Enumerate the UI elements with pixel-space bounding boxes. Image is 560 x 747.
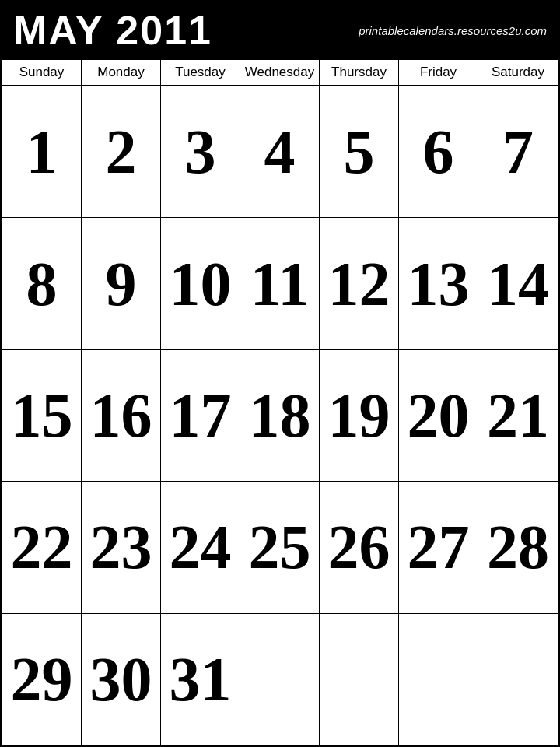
day-number-25: 25 bbox=[249, 516, 311, 578]
week-row-4: 22 23 24 25 26 27 28 bbox=[2, 482, 558, 613]
weeks-container: 1 2 3 4 5 6 7 8 9 10 11 12 13 14 15 16 bbox=[2, 86, 558, 745]
header-sunday: Sunday bbox=[2, 60, 82, 85]
day-number-31: 31 bbox=[170, 648, 232, 710]
day-cell-13: 13 bbox=[399, 218, 478, 349]
day-cell-empty-1 bbox=[240, 614, 320, 745]
day-number-12: 12 bbox=[328, 253, 390, 315]
day-number-7: 7 bbox=[502, 121, 534, 183]
calendar-header: MAY 2011 printablecalendars.resources2u.… bbox=[2, 2, 558, 58]
day-number-23: 23 bbox=[90, 516, 152, 578]
day-number-14: 14 bbox=[487, 253, 549, 315]
day-number-3: 3 bbox=[185, 121, 216, 183]
day-number-2: 2 bbox=[106, 121, 137, 183]
day-number-5: 5 bbox=[344, 121, 375, 183]
calendar-grid: Sunday Monday Tuesday Wednesday Thursday… bbox=[2, 58, 558, 745]
header-thursday: Thursday bbox=[320, 60, 399, 85]
website-url: printablecalendars.resources2u.com bbox=[359, 24, 547, 37]
day-number-18: 18 bbox=[249, 384, 311, 447]
day-cell-17: 17 bbox=[161, 350, 240, 481]
day-cell-25: 25 bbox=[240, 482, 320, 612]
day-cell-23: 23 bbox=[82, 482, 161, 612]
header-saturday: Saturday bbox=[478, 60, 558, 85]
day-cell-5: 5 bbox=[320, 86, 399, 217]
month-year-title: MAY 2011 bbox=[13, 7, 212, 54]
day-cell-14: 14 bbox=[478, 218, 558, 349]
day-number-28: 28 bbox=[487, 516, 549, 578]
day-headers-row: Sunday Monday Tuesday Wednesday Thursday… bbox=[2, 60, 558, 86]
day-number-20: 20 bbox=[408, 384, 470, 447]
header-friday: Friday bbox=[399, 60, 478, 85]
day-cell-24: 24 bbox=[161, 482, 240, 612]
day-cell-10: 10 bbox=[161, 218, 240, 349]
day-number-10: 10 bbox=[170, 253, 232, 315]
day-cell-1: 1 bbox=[2, 86, 82, 217]
week-row-5: 29 30 31 bbox=[2, 614, 558, 745]
calendar-page: MAY 2011 printablecalendars.resources2u.… bbox=[0, 0, 560, 747]
day-cell-empty-4 bbox=[478, 614, 558, 745]
day-number-11: 11 bbox=[250, 253, 310, 315]
week-row-2: 8 9 10 11 12 13 14 bbox=[2, 218, 558, 349]
day-number-24: 24 bbox=[170, 516, 232, 578]
day-cell-empty-3 bbox=[399, 614, 478, 745]
day-number-13: 13 bbox=[408, 253, 470, 315]
day-cell-22: 22 bbox=[2, 482, 82, 612]
day-cell-12: 12 bbox=[320, 218, 399, 349]
day-cell-16: 16 bbox=[82, 350, 161, 481]
day-cell-6: 6 bbox=[399, 86, 478, 217]
day-cell-31: 31 bbox=[161, 614, 240, 745]
day-number-26: 26 bbox=[328, 516, 390, 578]
day-number-30: 30 bbox=[90, 648, 152, 710]
day-number-4: 4 bbox=[264, 121, 296, 183]
week-row-3: 15 16 17 18 19 20 21 bbox=[2, 350, 558, 482]
day-number-15: 15 bbox=[11, 384, 73, 447]
header-tuesday: Tuesday bbox=[161, 60, 240, 85]
week-row-1: 1 2 3 4 5 6 7 bbox=[2, 86, 558, 218]
day-cell-7: 7 bbox=[478, 86, 558, 217]
day-cell-11: 11 bbox=[240, 218, 320, 349]
day-number-17: 17 bbox=[170, 384, 232, 447]
day-number-27: 27 bbox=[408, 516, 470, 578]
day-cell-30: 30 bbox=[82, 614, 161, 745]
day-cell-2: 2 bbox=[82, 86, 161, 217]
day-number-16: 16 bbox=[90, 384, 152, 447]
day-number-22: 22 bbox=[11, 516, 73, 578]
day-cell-3: 3 bbox=[161, 86, 240, 217]
day-cell-28: 28 bbox=[478, 482, 558, 612]
day-cell-18: 18 bbox=[240, 350, 320, 481]
day-number-1: 1 bbox=[26, 121, 58, 183]
day-cell-9: 9 bbox=[82, 218, 161, 349]
day-cell-29: 29 bbox=[2, 614, 82, 745]
day-cell-15: 15 bbox=[2, 350, 82, 481]
day-cell-19: 19 bbox=[320, 350, 399, 481]
day-number-29: 29 bbox=[11, 648, 73, 710]
day-cell-27: 27 bbox=[399, 482, 478, 612]
header-monday: Monday bbox=[82, 60, 161, 85]
day-number-9: 9 bbox=[106, 253, 137, 315]
day-number-21: 21 bbox=[487, 384, 549, 447]
day-cell-4: 4 bbox=[240, 86, 320, 217]
day-cell-26: 26 bbox=[320, 482, 399, 612]
header-wednesday: Wednesday bbox=[240, 60, 320, 85]
day-number-19: 19 bbox=[328, 384, 390, 447]
day-cell-21: 21 bbox=[478, 350, 558, 481]
day-number-6: 6 bbox=[423, 121, 454, 183]
day-cell-empty-2 bbox=[320, 614, 399, 745]
day-number-8: 8 bbox=[26, 253, 58, 315]
day-cell-20: 20 bbox=[399, 350, 478, 481]
day-cell-8: 8 bbox=[2, 218, 82, 349]
